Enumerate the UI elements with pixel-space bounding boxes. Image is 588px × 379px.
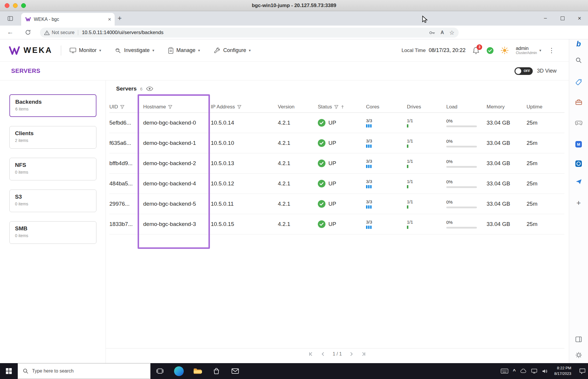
system-tray: ^ 8:22 PM 8/17/2023 (501, 365, 588, 377)
table-row[interactable]: 5efbd6... demo-bgc-backend-0 10.5.0.14 4… (109, 113, 564, 133)
password-key-icon[interactable] (429, 31, 435, 35)
notifications-bell-icon[interactable]: 3 (472, 47, 480, 54)
sidebar-search-icon[interactable] (574, 56, 583, 65)
tab-close-icon[interactable]: × (108, 16, 111, 23)
sidebar-item-smb[interactable]: SMB 0 items (9, 221, 96, 244)
bing-chat-icon[interactable]: b (574, 39, 583, 48)
taskbar-file-explorer-icon[interactable] (188, 363, 207, 379)
column-header-hostname[interactable]: Hostname (143, 104, 211, 110)
column-header-version[interactable]: Version (278, 104, 318, 110)
sidebar-item-s3[interactable]: S3 0 items (9, 190, 96, 212)
nav-investigate[interactable]: Investigate ▾ (115, 47, 154, 54)
table-row[interactable]: 29976... demo-bgc-backend-5 10.5.0.11 4.… (109, 194, 564, 214)
eye-visibility-icon[interactable] (146, 86, 153, 91)
sidebar-add-icon[interactable]: + (574, 198, 583, 207)
column-header-load[interactable]: Load (446, 104, 487, 110)
last-page-icon[interactable] (361, 352, 366, 356)
windows-logo-icon (6, 368, 12, 374)
hidden-icons-caret[interactable]: ^ (513, 368, 516, 374)
sidebar-toggle-icon[interactable] (574, 335, 583, 344)
taskbar-mail-icon[interactable] (226, 363, 245, 379)
table-row[interactable]: 1833b7... demo-bgc-backend-3 10.5.0.15 4… (109, 214, 564, 234)
task-view-button[interactable] (151, 363, 169, 379)
prev-page-icon[interactable] (321, 352, 325, 356)
tray-network-icon[interactable] (531, 368, 537, 374)
search-placeholder: Type here to search (32, 368, 74, 374)
m365-icon[interactable]: M (574, 140, 583, 149)
tray-volume-icon[interactable] (542, 369, 548, 374)
column-header-ip[interactable]: IP Address (211, 104, 278, 110)
tab-actions-menu-icon[interactable] (6, 15, 14, 22)
cell-uptime: 25m (527, 221, 564, 227)
nav-configure[interactable]: Configure ▾ (213, 47, 251, 54)
tools-icon[interactable] (574, 98, 583, 107)
column-header-memory[interactable]: Memory (487, 104, 527, 110)
window-maximize-button[interactable] (554, 11, 571, 26)
first-page-icon[interactable] (308, 352, 313, 356)
taskbar-search[interactable]: Type here to search (18, 363, 151, 379)
chevron-down-icon: ▾ (198, 48, 200, 53)
url-text: 10.5.0.11:14000/ui/servers/backends (82, 30, 429, 36)
sidebar-item-backends[interactable]: Backends 6 items (9, 94, 96, 117)
sidebar-settings-gear-icon[interactable] (574, 351, 583, 359)
cell-load: 0% (446, 199, 487, 208)
search-icon (23, 368, 29, 374)
cluster-status-icon[interactable] (487, 47, 494, 54)
favorite-star-icon[interactable]: ☆ (449, 30, 455, 36)
nav-manage[interactable]: Manage ▾ (168, 47, 200, 54)
window-minimize-button[interactable]: − (537, 11, 554, 26)
table-row[interactable]: f635a6... demo-bgc-backend-1 10.5.0.10 4… (109, 133, 564, 153)
sort-ascending-icon[interactable] (341, 105, 344, 109)
filter-icon[interactable] (168, 105, 173, 109)
cell-uptime: 25m (527, 160, 564, 167)
3d-view-toggle[interactable]: OFF (514, 67, 533, 75)
nav-monitor[interactable]: Monitor ▾ (69, 47, 101, 53)
table-row[interactable]: bffb4d9... demo-bgc-backend-2 10.5.0.13 … (109, 153, 564, 174)
window-close-button[interactable]: × (571, 11, 588, 26)
cell-drives: 1/1 (407, 219, 446, 229)
sidebar-item-nfs[interactable]: NFS 0 items (9, 158, 96, 180)
cell-version: 4.2.1 (278, 160, 318, 167)
load-progress-track (446, 125, 477, 127)
taskbar-clock[interactable]: 8:22 PM 8/17/2023 (552, 365, 573, 377)
taskbar-store-icon[interactable] (207, 363, 226, 379)
filter-icon[interactable] (120, 105, 125, 109)
games-icon[interactable] (574, 118, 583, 127)
filter-icon[interactable] (237, 105, 242, 109)
column-header-uptime[interactable]: Uptime (527, 104, 564, 110)
browser-tab[interactable]: WEKA - bgc × (21, 13, 115, 26)
touch-keyboard-icon[interactable] (501, 368, 508, 374)
user-menu[interactable]: admin ClusterAdmin ▾ (516, 46, 541, 55)
outlook-icon[interactable] (574, 159, 583, 168)
cell-version: 4.2.1 (278, 120, 318, 126)
shopping-icon[interactable] (574, 78, 583, 86)
tray-cloud-icon[interactable] (520, 369, 527, 373)
column-header-uid[interactable]: UID (109, 104, 143, 110)
weka-logo[interactable]: WEKA (9, 46, 53, 55)
column-header-status[interactable]: Status (318, 104, 366, 110)
next-page-icon[interactable] (350, 352, 354, 356)
start-button[interactable] (0, 363, 18, 379)
read-aloud-icon[interactable]: A (441, 30, 444, 35)
status-up-icon (318, 160, 325, 167)
more-options-icon[interactable]: ⋮ (548, 47, 555, 54)
cell-status: UP (318, 200, 366, 208)
table-row[interactable]: 484ba5... demo-bgc-backend-4 10.5.0.12 4… (109, 174, 564, 194)
theme-sun-icon[interactable] (501, 46, 509, 54)
security-label[interactable]: Not secure (52, 30, 74, 35)
load-progress-track (446, 186, 477, 188)
column-header-cores[interactable]: Cores (366, 104, 407, 110)
taskbar-edge-icon[interactable] (169, 363, 188, 379)
table-count: 6 (140, 87, 143, 91)
back-icon[interactable]: ← (7, 28, 14, 36)
drop-icon[interactable] (574, 177, 583, 186)
action-center-icon[interactable] (579, 368, 586, 374)
sidebar-item-clients[interactable]: Clients 2 items (9, 126, 96, 149)
refresh-icon[interactable] (25, 29, 31, 36)
clock-date: 8/17/2023 (554, 371, 571, 377)
filter-icon[interactable] (334, 105, 339, 109)
new-tab-button[interactable]: + (118, 15, 122, 22)
cores-bars (366, 124, 407, 128)
column-header-drives[interactable]: Drives (407, 104, 446, 110)
url-omnibox[interactable]: Not secure 10.5.0.11:14000/ui/servers/ba… (40, 28, 459, 38)
